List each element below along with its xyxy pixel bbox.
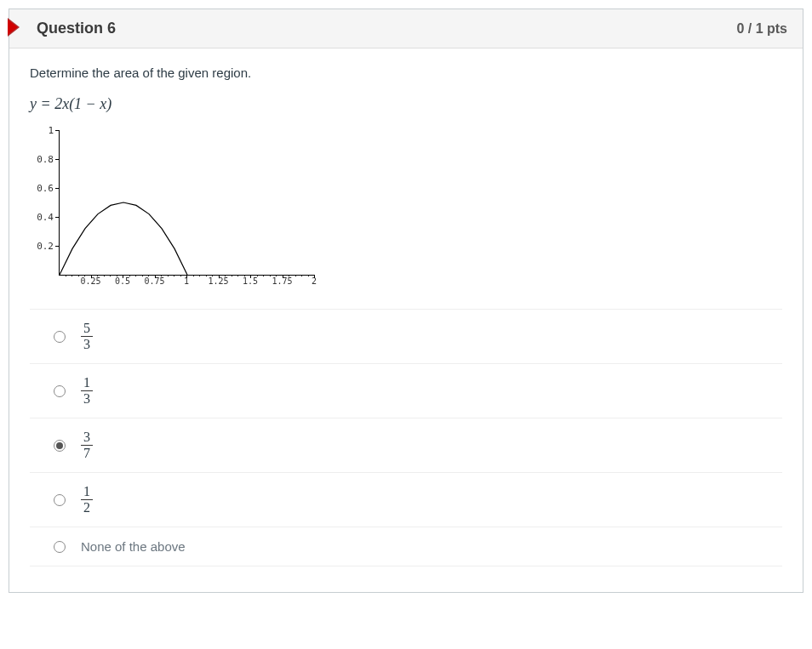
fraction: 37 bbox=[81, 430, 93, 460]
radio-button[interactable] bbox=[54, 440, 66, 452]
question-box: Question 6 0 / 1 pts Determine the area … bbox=[9, 9, 803, 593]
y-tick-label: 0.2 bbox=[30, 241, 54, 252]
fraction: 12 bbox=[81, 485, 93, 515]
chart: 0.20.40.60.810.250.50.7511.251.51.752 bbox=[30, 122, 319, 292]
answer-options: 53133712None of the above bbox=[30, 309, 782, 566]
answer-option[interactable]: None of the above bbox=[30, 527, 782, 566]
chart-curve bbox=[60, 130, 315, 275]
answer-option[interactable]: 53 bbox=[30, 309, 782, 363]
question-header: Question 6 0 / 1 pts bbox=[9, 9, 803, 48]
question-title: Question 6 bbox=[37, 20, 116, 37]
fraction: 13 bbox=[81, 376, 93, 406]
answer-option[interactable]: 12 bbox=[30, 472, 782, 527]
y-tick-label: 0.6 bbox=[30, 183, 54, 194]
fraction: 53 bbox=[81, 322, 93, 351]
answer-option[interactable]: 37 bbox=[30, 418, 782, 472]
question-container: Question 6 0 / 1 pts Determine the area … bbox=[0, 9, 812, 593]
radio-button[interactable] bbox=[54, 494, 66, 506]
equation: y = 2x(1 − x) bbox=[30, 95, 782, 113]
question-points: 0 / 1 pts bbox=[736, 21, 787, 37]
y-tick-label: 0.8 bbox=[30, 154, 54, 165]
radio-button[interactable] bbox=[54, 331, 66, 343]
y-tick-label: 1 bbox=[30, 125, 54, 136]
question-body: Determine the area of the given region. … bbox=[9, 48, 803, 592]
option-text: None of the above bbox=[81, 539, 186, 554]
answer-option[interactable]: 13 bbox=[30, 363, 782, 418]
radio-button[interactable] bbox=[54, 541, 66, 553]
incorrect-arrow-icon bbox=[8, 18, 20, 37]
y-tick-label: 0.4 bbox=[30, 212, 54, 223]
radio-button[interactable] bbox=[54, 385, 66, 397]
question-prompt: Determine the area of the given region. bbox=[30, 65, 782, 80]
chart-axes bbox=[59, 130, 315, 276]
